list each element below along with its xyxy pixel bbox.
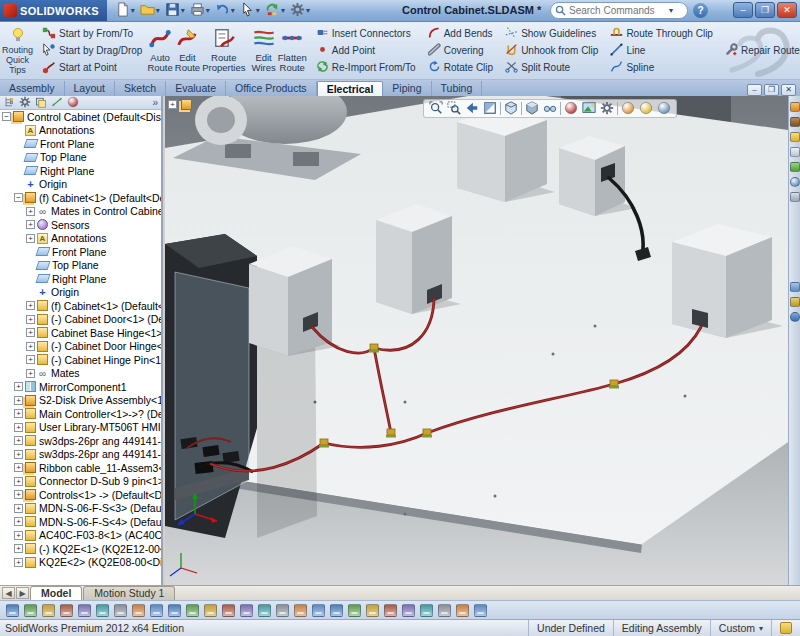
- doc-close-button[interactable]: ✕: [781, 84, 796, 96]
- tab-scroll-left[interactable]: ◀: [2, 587, 15, 599]
- tree-expander[interactable]: −: [14, 193, 23, 202]
- quick-tips-toggle[interactable]: [771, 620, 800, 636]
- trim-entities-icon[interactable]: [294, 604, 307, 617]
- options-button[interactable]: ▾: [288, 1, 312, 20]
- chevron-down-icon[interactable]: ▾: [131, 6, 135, 15]
- split-route-button[interactable]: Split Route: [502, 60, 601, 76]
- flatten-route-button[interactable]: Flatten Route: [278, 24, 307, 77]
- tab-piping[interactable]: Piping: [383, 81, 431, 96]
- mirror-entities-icon[interactable]: [258, 604, 271, 617]
- tree-item-cabinet-hinge-pin-1[interactable]: +(-) Cabinet Hinge Pin<1>: [0, 353, 161, 367]
- tree-item-top-plane[interactable]: +Top Plane: [0, 151, 161, 165]
- tree-item-sensors[interactable]: +Sensors: [0, 218, 161, 232]
- viewport-3d-scene[interactable]: [165, 96, 788, 585]
- tree-expander[interactable]: +: [14, 409, 23, 418]
- edit-wires-button[interactable]: Edit Wires: [251, 24, 275, 77]
- chevron-down-icon[interactable]: ▾: [256, 6, 260, 15]
- tree-expander[interactable]: +: [26, 315, 35, 324]
- propertymanager-tab[interactable]: [19, 96, 31, 110]
- featuremanager-tab[interactable]: [3, 96, 15, 110]
- tree-item-front-plane[interactable]: +Front Plane: [0, 137, 161, 151]
- help-button[interactable]: ?: [693, 3, 708, 18]
- unhook-from-clip-button[interactable]: Unhook from Clip: [502, 43, 601, 59]
- zoom-fit-button[interactable]: [428, 101, 444, 117]
- covering-button[interactable]: Covering: [425, 43, 496, 59]
- dimxpertmanager-tab[interactable]: [51, 96, 63, 110]
- offset-entities-icon[interactable]: [276, 604, 289, 617]
- select-button[interactable]: ▾: [238, 1, 262, 20]
- chevron-down-icon[interactable]: ▾: [281, 6, 285, 15]
- help-icon[interactable]: [790, 312, 800, 322]
- print-document-button[interactable]: ▾: [188, 1, 212, 20]
- junction-box-2[interactable]: [376, 204, 461, 314]
- chevron-down-icon[interactable]: ▾: [156, 6, 160, 15]
- tree-expander[interactable]: +: [26, 207, 35, 216]
- line-button[interactable]: Line: [607, 43, 716, 59]
- lasso-select-icon[interactable]: [42, 604, 55, 617]
- new-document-button[interactable]: ▾: [113, 1, 137, 20]
- tab-layout[interactable]: Layout: [65, 81, 116, 96]
- auto-route-button[interactable]: Auto Route: [147, 24, 172, 77]
- tree-item-controls-1-default-d[interactable]: +Controls<1> -> (Default<D...: [0, 488, 161, 502]
- tree-item-right-plane[interactable]: +Right Plane: [0, 272, 161, 286]
- search-dropdown-caret[interactable]: ▾: [669, 6, 673, 15]
- polygon-icon[interactable]: [204, 604, 217, 617]
- configurationmanager-tab[interactable]: [35, 96, 47, 110]
- tree-item-kq2e-2-kq2e08-00-displ[interactable]: +KQ2E<2> (KQ2E08-00<Displ...: [0, 556, 161, 570]
- rebuild-button[interactable]: ▾: [263, 1, 287, 20]
- zoom-area-button[interactable]: [446, 101, 462, 117]
- section-view-icon[interactable]: [438, 604, 451, 617]
- tab-assembly[interactable]: Assembly: [0, 81, 65, 96]
- measure-icon[interactable]: [402, 604, 415, 617]
- view-orientation-button[interactable]: [503, 101, 519, 117]
- pin-icon[interactable]: [790, 297, 800, 307]
- coordinate-system-icon[interactable]: [384, 604, 397, 617]
- tree-item-connector-d-sub-9-pin-1[interactable]: +Connector D-Sub 9 pin<1>...: [0, 475, 161, 489]
- open-document-button[interactable]: ▾: [138, 1, 162, 20]
- tree-expander[interactable]: +: [14, 463, 23, 472]
- hide-show-items-button[interactable]: [542, 101, 558, 117]
- tree-expander[interactable]: −: [2, 112, 11, 121]
- tab-tubing[interactable]: Tubing: [432, 81, 483, 96]
- axis-icon[interactable]: [366, 604, 379, 617]
- tree-item-front-plane[interactable]: +Front Plane: [0, 245, 161, 259]
- tree-expander[interactable]: +: [14, 517, 23, 526]
- start-by-from-to-button[interactable]: Start by From/To: [39, 26, 145, 42]
- smart-dimension-icon[interactable]: [96, 604, 109, 617]
- close-window[interactable]: ✕: [777, 2, 797, 18]
- edit-appearance-button[interactable]: [563, 101, 579, 117]
- search-icon[interactable]: [790, 147, 800, 157]
- tree-expander[interactable]: +: [14, 382, 23, 391]
- tree-expander[interactable]: +: [14, 531, 23, 540]
- tree-item-mdn-s-06-f-s-4-default[interactable]: +MDN-S-06-F-S<4> (Default<...: [0, 515, 161, 529]
- tab-evaluate[interactable]: Evaluate: [166, 81, 226, 96]
- tree-item-s2-disk-drive-assembly-1[interactable]: +S2-Disk Drive Assembly<1>: [0, 394, 161, 408]
- flyout-featuremanager[interactable]: +: [168, 99, 195, 110]
- graphics-viewport[interactable]: +: [165, 96, 788, 585]
- spline-icon[interactable]: [168, 604, 181, 617]
- tab-sketch[interactable]: Sketch: [115, 81, 166, 96]
- plane-icon[interactable]: [348, 604, 361, 617]
- tab-office-products[interactable]: Office Products: [226, 81, 317, 96]
- sketch-icon[interactable]: [60, 604, 73, 617]
- tree-expander[interactable]: +: [14, 436, 23, 445]
- configuration-dropdown[interactable]: Custom▾: [710, 620, 771, 636]
- undo-button[interactable]: ▾: [213, 1, 237, 20]
- route-through-clip-button[interactable]: Route Through Clip: [607, 26, 716, 42]
- appearance-preset-steel-button[interactable]: [656, 101, 672, 117]
- tab-scroll-right[interactable]: ▶: [16, 587, 29, 599]
- tree-expander[interactable]: +: [26, 234, 35, 243]
- solidworks-resources-icon[interactable]: [790, 102, 800, 112]
- doc-minimize-button[interactable]: –: [747, 84, 762, 96]
- tree-item-origin[interactable]: +Origin: [0, 286, 161, 300]
- tree-expander[interactable]: +: [14, 450, 23, 459]
- exploded-view-icon[interactable]: [474, 604, 487, 617]
- tree-expander[interactable]: +: [14, 544, 23, 553]
- tree-item-mates-in-control-cabinet[interactable]: +Mates in Control Cabinet: [0, 205, 161, 219]
- tab-model[interactable]: Model: [30, 586, 82, 600]
- tree-item-origin[interactable]: +Origin: [0, 178, 161, 192]
- search-commands-box[interactable]: ▾: [550, 2, 688, 19]
- minimize-window[interactable]: –: [733, 2, 753, 18]
- tree-item-main-controller-1-de[interactable]: +Main Controller<1>->? (De...: [0, 407, 161, 421]
- spline-button[interactable]: Spline: [607, 60, 716, 76]
